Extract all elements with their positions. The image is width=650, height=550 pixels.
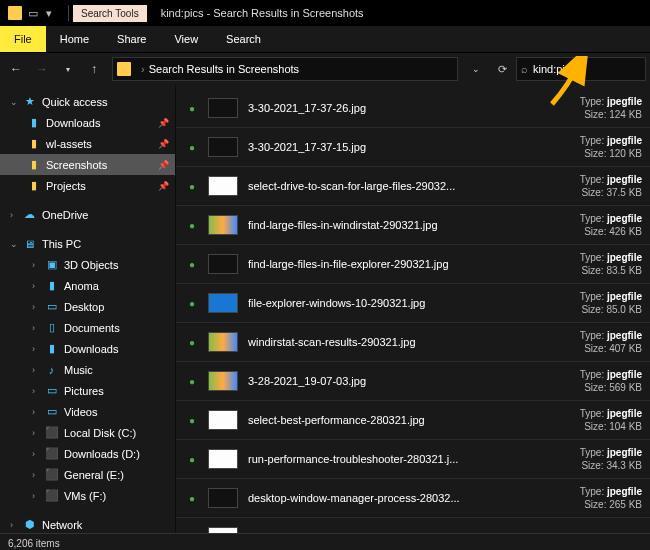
sync-status-icon: ● [184,178,200,194]
recent-dropdown[interactable]: ▾ [56,57,80,81]
refresh-button[interactable]: ⟳ [490,57,514,81]
search-tools-tab[interactable]: Search Tools [73,5,147,22]
tree-network[interactable]: ›⬢Network [0,514,175,533]
file-size: Size: 426 KB [584,226,642,237]
tree-local-c[interactable]: ›⬛Local Disk (C:) [0,422,175,443]
search-box[interactable]: ⌕ [516,57,646,81]
file-size: Size: 265 KB [584,499,642,510]
file-row[interactable]: ●3-30-2021_17-37-26.jpgType: jpegfileSiz… [176,89,650,128]
tab-search[interactable]: Search [212,26,275,52]
tree-this-pc[interactable]: ⌄🖥This PC [0,233,175,254]
breadcrumb[interactable]: Search Results in Screenshots [149,63,299,75]
file-name: 3-30-2021_17-37-15.jpg [248,141,482,153]
file-meta: Type: jpegfileSize: 426 KB [482,213,642,237]
tree-screenshots[interactable]: ▮Screenshots📌 [0,154,175,175]
file-row[interactable]: ●update-drivers-to-fix-desktop-window-m.… [176,518,650,533]
file-name: 3-30-2021_17-37-26.jpg [248,102,482,114]
file-type: Type: jpegfile [580,447,642,458]
file-type: Type: jpegfile [580,486,642,497]
file-meta: Type: jpegfileSize: 265 KB [482,486,642,510]
tree-3d-objects[interactable]: ›▣3D Objects [0,254,175,275]
file-row[interactable]: ●3-28-2021_19-07-03.jpgType: jpegfileSiz… [176,362,650,401]
star-icon: ★ [22,94,37,109]
sync-status-icon: ● [184,412,200,428]
file-type: Type: jpegfile [580,532,642,534]
file-thumbnail [208,332,238,352]
tree-quick-access[interactable]: ⌄★Quick access [0,91,175,112]
ribbon-tabs: File Home Share View Search [0,26,650,52]
titlebar: ▭ ▾ Search Tools kind:pics - Search Resu… [0,0,650,26]
forward-button[interactable]: → [30,57,54,81]
file-row[interactable]: ●windirstat-scan-results-290321.jpgType:… [176,323,650,362]
qat-properties-icon[interactable]: ▭ [28,7,38,20]
tab-file[interactable]: File [0,26,46,52]
sync-status-icon: ● [184,256,200,272]
file-name: select-best-performance-280321.jpg [248,414,482,426]
drive-icon: ⬛ [44,446,59,461]
cloud-icon: ☁ [22,207,37,222]
file-row[interactable]: ●select-best-performance-280321.jpgType:… [176,401,650,440]
dropdown-button[interactable]: ⌄ [464,57,488,81]
tree-documents[interactable]: ›▯Documents [0,317,175,338]
tree-pictures[interactable]: ›▭Pictures [0,380,175,401]
file-size: Size: 83.5 KB [581,265,642,276]
file-meta: Type: jpegfileSize: 85.0 KB [482,291,642,315]
file-type: Type: jpegfile [580,135,642,146]
results-list[interactable]: ●3-30-2021_17-37-26.jpgType: jpegfileSiz… [176,85,650,533]
download-icon: ▮ [44,341,59,356]
search-input[interactable] [531,62,615,76]
tree-vms-f[interactable]: ›⬛VMs (F:) [0,485,175,506]
file-type: Type: jpegfile [580,174,642,185]
file-row[interactable]: ●desktop-window-manager-process-28032...… [176,479,650,518]
address-bar[interactable]: › Search Results in Screenshots [112,57,458,81]
qat-newfolder-icon[interactable]: ▾ [46,7,52,20]
back-button[interactable]: ← [4,57,28,81]
file-name: find-large-files-in-windirstat-290321.jp… [248,219,482,231]
file-thumbnail [208,137,238,157]
file-row[interactable]: ●run-performance-troubleshooter-280321.j… [176,440,650,479]
tree-anoma[interactable]: ›▮Anoma [0,275,175,296]
file-name: 3-28-2021_19-07-03.jpg [248,375,482,387]
documents-icon: ▯ [44,320,59,335]
tree-downloads[interactable]: ▮Downloads📌 [0,112,175,133]
tree-music[interactable]: ›♪Music [0,359,175,380]
tree-projects[interactable]: ▮Projects📌 [0,175,175,196]
file-size: Size: 124 KB [584,109,642,120]
pictures-icon: ▭ [44,383,59,398]
tree-desktop[interactable]: ›▭Desktop [0,296,175,317]
tree-onedrive[interactable]: ›☁OneDrive [0,204,175,225]
folder-icon: ▮ [44,278,59,293]
pc-icon: 🖥 [22,236,37,251]
up-button[interactable]: ↑ [82,57,106,81]
file-thumbnail [208,293,238,313]
file-row[interactable]: ●find-large-files-in-file-explorer-29032… [176,245,650,284]
file-meta: Type: jpegfileSize: 407 KB [482,330,642,354]
file-row[interactable]: ●file-explorer-windows-10-290321.jpgType… [176,284,650,323]
sync-status-icon: ● [184,373,200,389]
file-row[interactable]: ●select-drive-to-scan-for-large-files-29… [176,167,650,206]
desktop-icon: ▭ [44,299,59,314]
file-row[interactable]: ●3-30-2021_17-37-15.jpgType: jpegfileSiz… [176,128,650,167]
tree-downloads-d[interactable]: ›⬛Downloads (D:) [0,443,175,464]
tab-view[interactable]: View [160,26,212,52]
tab-share[interactable]: Share [103,26,160,52]
tree-general-e[interactable]: ›⬛General (E:) [0,464,175,485]
tree-wlassets[interactable]: ▮wl-assets📌 [0,133,175,154]
file-size: Size: 120 KB [584,148,642,159]
navigation-bar: ← → ▾ ↑ › Search Results in Screenshots … [0,52,650,85]
tree-videos[interactable]: ›▭Videos [0,401,175,422]
file-row[interactable]: ●find-large-files-in-windirstat-290321.j… [176,206,650,245]
tree-downloads2[interactable]: ›▮Downloads [0,338,175,359]
pin-icon: 📌 [158,160,169,170]
music-icon: ♪ [44,362,59,377]
file-meta: Type: jpegfileSize: 569 KB [482,369,642,393]
sync-status-icon: ● [184,451,200,467]
sync-status-icon: ● [184,100,200,116]
file-meta: Type: jpegfileSize: 37.5 KB [482,174,642,198]
file-thumbnail [208,371,238,391]
sync-status-icon: ● [184,217,200,233]
file-thumbnail [208,254,238,274]
tab-home[interactable]: Home [46,26,103,52]
file-meta: Type: jpegfile [482,532,642,534]
network-icon: ⬢ [22,517,37,532]
